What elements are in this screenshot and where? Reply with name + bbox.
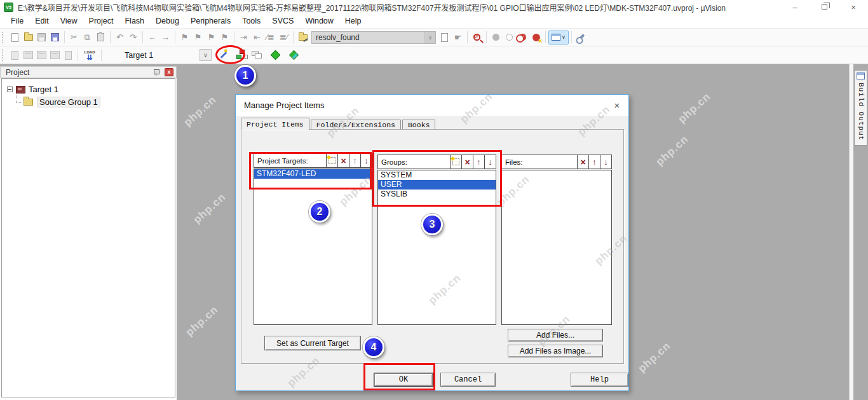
build-toolbar: LOAD⇊ Target 1 ∨: [0, 46, 868, 64]
dialog-close-button[interactable]: ×: [611, 99, 623, 111]
build-icon[interactable]: [22, 48, 35, 62]
tree-item-target-label: Target 1: [29, 85, 58, 94]
build-output-label: Build Output: [857, 83, 865, 141]
files-list[interactable]: [501, 170, 612, 325]
tree-connector: [16, 95, 22, 103]
batch-build-icon[interactable]: [48, 48, 62, 62]
paste-icon[interactable]: [94, 31, 107, 44]
open-file-icon[interactable]: [22, 31, 35, 44]
uvision-window: V5 E:\教学&项目开发\开发项目\飞航科技M4物联网实验箱\飞航M4物联网实…: [0, 0, 868, 400]
move-file-up-button[interactable]: ↑: [588, 155, 600, 169]
find-combo-dropdown-icon[interactable]: ∨: [424, 32, 435, 43]
annotation-ellipse-manage-items: [215, 45, 245, 64]
pack-installer-icon[interactable]: [287, 48, 301, 62]
menu-view[interactable]: View: [55, 14, 83, 28]
download-icon[interactable]: LOAD⇊: [81, 48, 98, 62]
tab-books[interactable]: Books: [402, 120, 436, 130]
collapse-icon[interactable]: [7, 86, 13, 92]
set-as-current-target-button[interactable]: Set as Current Target: [264, 336, 361, 350]
help-button[interactable]: Help: [571, 373, 628, 387]
toolbar-grip[interactable]: [2, 50, 5, 61]
multi-project-icon[interactable]: [250, 48, 264, 62]
build-output-tab[interactable]: Build Output: [854, 70, 867, 146]
files-header: Files: × ↑ ↓: [501, 155, 612, 169]
uncomment-icon[interactable]: ≣∕: [277, 31, 290, 44]
toolbar-grip[interactable]: [2, 32, 5, 43]
menu-peripherals[interactable]: Peripherals: [185, 14, 236, 28]
menu-flash[interactable]: Flash: [119, 14, 150, 28]
comment-icon[interactable]: ∕≣: [264, 31, 277, 44]
prev-bookmark-icon[interactable]: ⚑: [191, 31, 205, 44]
dialog-tabs: Project Items Folders/Extensions Books: [241, 118, 437, 130]
navigate-back-icon[interactable]: ←: [146, 31, 159, 44]
find-combo-value: resolv_found: [312, 33, 424, 42]
toggle-breakpoint-icon[interactable]: [516, 31, 529, 44]
insert-bookmark-icon[interactable]: ⚑: [178, 31, 191, 44]
stop-build-icon[interactable]: [62, 48, 75, 62]
tree-item-source-group-label: Source Group 1: [37, 97, 100, 107]
menu-edit[interactable]: Edit: [29, 14, 55, 28]
translate-icon[interactable]: [8, 48, 22, 62]
target-dropdown-icon[interactable]: ∨: [200, 49, 212, 61]
files-label: Files:: [502, 155, 577, 169]
manage-project-items-dialog: Manage Project Items × Project Items Fol…: [235, 94, 629, 391]
configure-tools-icon[interactable]: [574, 31, 588, 44]
menu-debug[interactable]: Debug: [150, 14, 185, 28]
project-panel-close-button[interactable]: x: [165, 68, 173, 76]
annotation-badge-1: 1: [234, 65, 256, 86]
folder-icon: [24, 99, 33, 106]
right-dock-strip: [849, 64, 853, 400]
next-bookmark-icon[interactable]: ⚑: [205, 31, 218, 44]
title-bar: V5 E:\教学&项目开发\开发项目\飞航科技M4物联网实验箱\飞航M4物联网实…: [0, 0, 868, 14]
cut-icon[interactable]: ✂: [67, 31, 81, 44]
kill-breakpoints-icon[interactable]: [529, 31, 543, 44]
manage-rte-icon[interactable]: [269, 48, 282, 62]
redo-icon[interactable]: ↷: [126, 31, 140, 44]
copy-icon[interactable]: ⧉: [81, 31, 94, 44]
window-layout-button[interactable]: ∨: [548, 31, 569, 45]
cancel-button[interactable]: Cancel: [440, 373, 496, 387]
tree-item-target[interactable]: Target 1: [2, 83, 175, 95]
add-files-as-image-button[interactable]: Add Files as Image...: [508, 345, 603, 357]
annotation-badge-4: 4: [363, 336, 384, 358]
layout-dropdown-icon[interactable]: ∨: [562, 34, 566, 40]
project-panel: Project x Target 1 Source Group 1: [0, 66, 177, 400]
find-symbol-icon[interactable]: @: [470, 31, 484, 44]
target-select-value: Target 1: [125, 51, 200, 60]
debug-session-icon[interactable]: [489, 31, 503, 44]
menu-file[interactable]: File: [5, 14, 29, 28]
configure-find-icon[interactable]: [296, 31, 309, 44]
pin-icon[interactable]: [153, 69, 159, 76]
clear-bookmarks-icon[interactable]: ⚑: [218, 31, 231, 44]
save-icon[interactable]: [35, 31, 48, 44]
target-select[interactable]: Target 1 ∨: [125, 49, 212, 61]
close-button[interactable]: ×: [839, 0, 868, 14]
project-targets-list[interactable]: STM32F407-LED: [254, 169, 372, 325]
breakpoint-empty-icon[interactable]: [503, 31, 516, 44]
unindent-icon[interactable]: ⇤: [250, 31, 264, 44]
tree-item-source-group[interactable]: Source Group 1: [2, 95, 175, 108]
minimize-button[interactable]: –: [780, 0, 810, 14]
menu-project[interactable]: Project: [83, 14, 119, 28]
save-all-icon[interactable]: [48, 31, 62, 44]
menu-window[interactable]: Window: [299, 14, 339, 28]
menu-tools[interactable]: Tools: [236, 14, 266, 28]
grab-icon[interactable]: ☛: [451, 31, 465, 44]
indent-icon[interactable]: ⇥: [237, 31, 250, 44]
dialog-title-bar[interactable]: Manage Project Items ×: [236, 95, 628, 116]
undo-icon[interactable]: ↶: [113, 31, 126, 44]
rebuild-icon[interactable]: [35, 48, 48, 62]
new-file-icon[interactable]: [8, 31, 22, 44]
restore-button[interactable]: [810, 0, 839, 14]
delete-file-button[interactable]: ×: [577, 155, 588, 169]
tab-folders-extensions[interactable]: Folders/Extensions: [311, 120, 401, 130]
tab-project-items[interactable]: Project Items: [241, 118, 309, 130]
navigate-forward-icon[interactable]: →: [159, 31, 172, 44]
menu-bar: File Edit View Project Flash Debug Perip…: [0, 14, 868, 28]
menu-help[interactable]: Help: [339, 14, 367, 28]
move-file-down-button[interactable]: ↓: [600, 155, 611, 169]
find-in-files-icon[interactable]: [438, 31, 451, 44]
find-combo[interactable]: resolv_found ∨: [311, 31, 436, 44]
add-files-button[interactable]: Add Files...: [508, 329, 603, 341]
menu-svcs[interactable]: SVCS: [266, 14, 299, 28]
